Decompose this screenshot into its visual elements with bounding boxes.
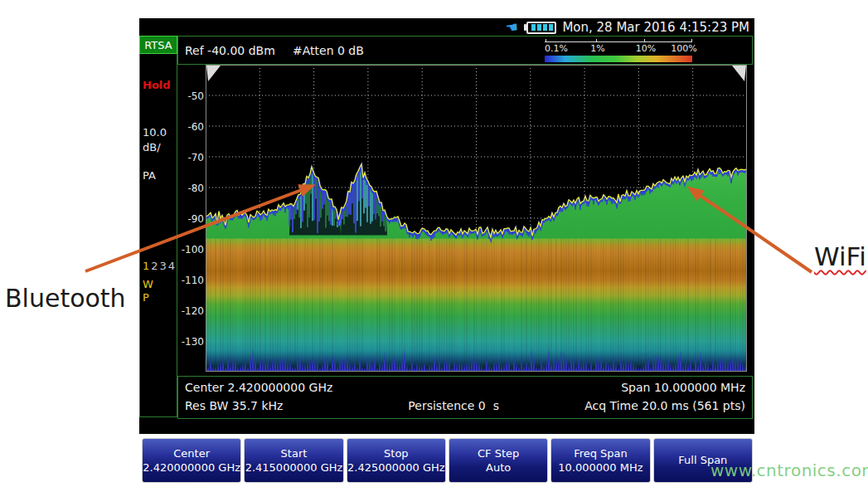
ref-level-label: Ref -40.00 dBm [185,44,275,57]
softkey-label: Stop [384,447,409,460]
trace-w-annunciator: W [143,278,153,290]
scale-per-div-unit: dB/ [143,141,161,153]
battery-icon [524,22,556,34]
scale-tick [644,39,645,42]
persistence-readout: Persistence 0 s [408,399,499,412]
softkey-cf-step[interactable]: CF Step Auto [449,438,548,483]
analyzer-screen: ☚ Mon, 28 Mar 2016 4:15:23 PM Hold 10.0 … [139,18,754,434]
y-tick--50: -50 [177,90,204,102]
hold-annunciator: Hold [143,79,171,91]
traces-2-3-4: 234 [151,260,177,272]
battery-bar [531,24,536,31]
y-tick--100: -100 [177,244,204,256]
wifi-annotation-label: WiFi [814,241,866,271]
scale-axis-line [545,41,692,42]
density-gradient-bar [545,56,692,62]
softkey-value: 2.425000000 GHz [347,461,445,474]
watermark: www.cntronics.com [710,460,868,480]
scale-tick [691,39,692,42]
left-annunciator-panel: Hold 10.0 dB/ PA 1234 W P [139,36,177,417]
status-bar: Center 2.420000000 GHz Span 10.000000 MH… [177,376,753,419]
spectrum-display [206,65,747,372]
y-tick--70: -70 [177,152,204,163]
softkey-value: 10.000000 MHz [558,461,643,474]
scale-label-1: 1% [590,43,604,54]
softkey-row: Center 2.420000000 GHz Start 2.415000000… [142,438,753,483]
battery-bar [549,24,553,31]
res-bw-readout: Res BW 35.7 kHz [185,399,283,412]
softkey-value: Auto [486,461,511,474]
scale-tick [596,39,597,42]
touch-pointer-icon: ☚ [505,20,519,36]
trace-p-annunciator: P [143,291,149,304]
y-tick--80: -80 [177,183,204,194]
detector-annunciator: PA [143,169,156,182]
atten-label: #Atten 0 dB [293,44,364,57]
y-tick--120: -120 [177,305,204,317]
y-tick--90: -90 [177,213,204,225]
scale-tick [546,39,546,42]
scale-label-10: 10% [636,43,656,54]
softkey-start[interactable]: Start 2.415000000 GHz [244,438,343,483]
softkey-freq-span[interactable]: Freq Span 10.000000 MHz [550,438,650,483]
softkey-label: CF Step [478,447,519,460]
datetime-label: Mon, 28 Mar 2016 4:15:23 PM [562,20,749,35]
acq-time-readout: Acq Time 20.0 ms (561 pts) [584,399,745,412]
measurement-header: Ref -40.00 dBm #Atten 0 dB 0.1% 1% 10% 1… [177,36,753,65]
trace-1-active: 1 [143,260,151,272]
y-tick--110: -110 [177,275,204,286]
softkey-stop[interactable]: Stop 2.425000000 GHz [347,438,446,483]
trace-numbers: 1234 [143,260,177,272]
softkey-value: 2.420000000 GHz [143,461,240,474]
top-status-bar: ☚ Mon, 28 Mar 2016 4:15:23 PM [139,18,753,37]
center-freq-readout: Center 2.420000000 GHz [185,381,332,394]
scale-label-0p1: 0.1% [545,43,568,54]
battery-bar [543,24,547,31]
density-color-scale: 0.1% 1% 10% 100% [545,38,696,64]
y-tick--60: -60 [177,121,204,133]
scale-label-100: 100% [671,43,696,54]
softkey-label: Center [173,447,210,460]
bluetooth-annotation-label: Bluetooth [5,284,126,313]
battery-body [526,22,556,34]
softkey-center[interactable]: Center 2.420000000 GHz [142,438,241,483]
y-tick--130: -130 [177,336,204,348]
softkey-label: Freq Span [574,447,628,460]
scale-per-div-value: 10.0 [143,126,167,139]
battery-bar [537,24,541,31]
span-readout: Span 10.000000 MHz [621,381,745,394]
softkey-label: Start [281,447,308,460]
softkey-value: 2.415000000 GHz [245,461,343,474]
mode-badge-rtsa: RTSA [139,36,177,54]
